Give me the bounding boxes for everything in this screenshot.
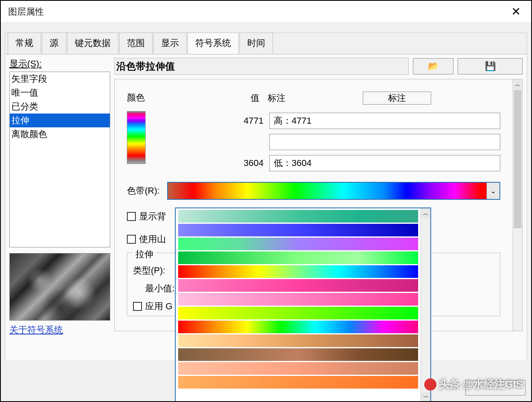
mid-label-input[interactable] xyxy=(269,134,500,150)
low-label-input[interactable] xyxy=(269,155,500,171)
section-heading: 沿色带拉伸值 xyxy=(114,58,409,75)
preview-thumbnail xyxy=(9,253,110,321)
heading-row: 沿色带拉伸值 📂 💾 xyxy=(114,58,523,75)
scroll-thumb[interactable] xyxy=(514,90,521,228)
ramp-option[interactable] xyxy=(178,307,418,319)
ramp-preview xyxy=(168,183,486,199)
color-ramp-row: 色带(R): ⌄ xyxy=(127,182,500,200)
list-item[interactable]: 唯一值 xyxy=(10,86,110,100)
display-label: 显示(S): xyxy=(9,58,110,70)
use-hillshade-label: 使用山 xyxy=(139,233,166,245)
open-button[interactable]: 📂 xyxy=(413,58,454,74)
watermark-text: 头条 @水经注GIS xyxy=(439,377,523,391)
list-item[interactable]: 离散颜色 xyxy=(10,127,110,141)
ramp-option[interactable] xyxy=(178,348,418,361)
show-background-label: 显示背 xyxy=(139,210,166,223)
tab-strip: 常规 源 键元数据 范围 显示 符号系统 时间 xyxy=(5,32,527,53)
ramp-option[interactable] xyxy=(178,251,418,264)
ramp-option-list xyxy=(176,208,421,402)
scroll-down-icon[interactable]: ﹀ xyxy=(421,392,430,402)
color-label: 颜色 xyxy=(127,92,145,105)
ramp-option[interactable] xyxy=(178,279,418,292)
high-label-input[interactable] xyxy=(269,113,500,129)
watermark: 头条 @水经注GIS xyxy=(424,377,523,391)
ramp-option[interactable] xyxy=(178,210,418,223)
ramp-option[interactable] xyxy=(178,321,418,333)
color-ramp-select[interactable]: ⌄ xyxy=(167,182,500,200)
apply-gamma-checkbox[interactable] xyxy=(133,302,142,311)
tab-symbology[interactable]: 符号系统 xyxy=(188,33,239,54)
ramp-option[interactable] xyxy=(178,265,418,278)
left-column: 显示(S): 矢里字段 唯一值 已分类 拉伸 离散颜色 关于符号系统 xyxy=(9,58,110,357)
list-item[interactable]: 已分类 xyxy=(10,100,110,114)
display-listbox[interactable]: 矢里字段 唯一值 已分类 拉伸 离散颜色 xyxy=(9,72,110,247)
window-title: 图层属性 xyxy=(8,6,44,18)
tab-source[interactable]: 源 xyxy=(42,33,66,54)
main-scrollbar[interactable]: ︿ xyxy=(512,79,522,331)
watermark-logo-icon xyxy=(424,378,436,391)
list-item-selected[interactable]: 拉伸 xyxy=(10,114,110,127)
use-hillshade-checkbox[interactable] xyxy=(127,235,136,244)
tab-extent[interactable]: 范围 xyxy=(119,33,153,54)
annotation-label: 标注 xyxy=(268,92,286,104)
ramp-option[interactable] xyxy=(178,293,418,306)
dropdown-scrollbar[interactable]: ︿ ﹀ xyxy=(421,208,430,402)
ramp-option[interactable] xyxy=(178,224,418,236)
tab-time[interactable]: 时间 xyxy=(240,33,273,54)
scroll-up-icon[interactable]: ︿ xyxy=(513,79,522,89)
show-background-checkbox[interactable] xyxy=(127,212,136,221)
ramp-label: 色带(R): xyxy=(127,185,160,197)
folder-open-icon: 📂 xyxy=(428,61,439,72)
list-item[interactable]: 矢里字段 xyxy=(10,72,110,86)
scroll-up-icon[interactable]: ︿ xyxy=(421,208,430,218)
high-value: 4771 xyxy=(235,116,264,126)
about-symbology-link[interactable]: 关于符号系统 xyxy=(9,324,110,336)
apply-gamma-label: 应用 G xyxy=(145,300,172,312)
low-value: 3604 xyxy=(235,158,264,168)
stretch-title: 拉伸 xyxy=(133,248,156,260)
save-icon: 💾 xyxy=(485,61,496,72)
value-label: 值 xyxy=(251,92,259,104)
tab-display[interactable]: 显示 xyxy=(153,33,187,54)
ramp-option[interactable] xyxy=(178,238,418,250)
close-icon[interactable]: ✕ xyxy=(508,5,524,18)
annotate-button[interactable]: 标注 xyxy=(363,92,431,105)
color-ramp-dropdown[interactable]: ︿ ﹀ xyxy=(175,208,431,402)
ramp-option[interactable] xyxy=(178,362,418,375)
save-button[interactable]: 💾 xyxy=(458,58,523,74)
ramp-option[interactable] xyxy=(178,334,418,347)
titlebar: 图层属性 ✕ xyxy=(1,1,531,23)
color-ramp-vertical[interactable] xyxy=(127,111,146,164)
tab-general[interactable]: 常规 xyxy=(8,33,41,54)
ramp-option[interactable] xyxy=(178,376,418,389)
chevron-down-icon[interactable]: ⌄ xyxy=(486,183,499,199)
tab-keymeta[interactable]: 键元数据 xyxy=(67,33,118,54)
